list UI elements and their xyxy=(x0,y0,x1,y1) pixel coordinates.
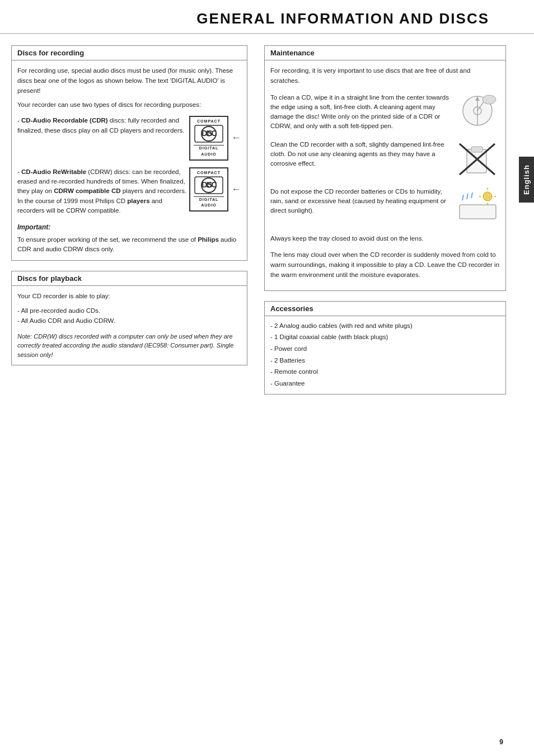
cdrw-logo-disc: DISC xyxy=(194,176,224,196)
main-content: Discs for recording For recording use, s… xyxy=(0,34,534,416)
page-number: 9 xyxy=(499,738,503,746)
cdrw-arrow: ← xyxy=(231,182,241,198)
cdr-logo-disc: DISC xyxy=(194,125,224,145)
maint-para5: Always keep the tray closed to avoid dus… xyxy=(270,234,500,244)
svg-line-24 xyxy=(471,192,472,198)
maint-clean-img xyxy=(455,93,500,132)
language-tab: English xyxy=(519,157,534,203)
svg-rect-17 xyxy=(460,205,496,219)
svg-text:DISC: DISC xyxy=(202,180,217,189)
playback-item-1: - All pre-recorded audio CDs. xyxy=(17,306,241,316)
accessories-list: - 2 Analog audio cables (with red and wh… xyxy=(265,316,505,394)
cdr-heading: CD-Audio Recordable (CDR) xyxy=(21,117,108,124)
cdr-text: - CD-Audio Recordable (CDR) discs: fully… xyxy=(17,116,189,135)
cdr-arrow: ← xyxy=(231,130,241,146)
cdrw-logo: COMPACT DISC DIGITAL AUDIO xyxy=(189,167,228,212)
cdrw-compat: CDRW compatible CD xyxy=(54,187,120,194)
maint-para6: The lens may cloud over when the CD reco… xyxy=(270,250,500,280)
recording-section-title: Discs for recording xyxy=(12,46,247,60)
maint-humidity-item: Do not expose the CD recorder batteries … xyxy=(270,187,500,226)
accessory-3: - Power cord xyxy=(270,344,500,355)
playback-item-2: - All Audio CDR and Audio CDRW. xyxy=(17,316,241,326)
svg-rect-14 xyxy=(471,147,483,152)
accessory-5: - Remote control xyxy=(270,367,500,378)
left-column: Discs for recording For recording use, s… xyxy=(11,45,259,405)
maintenance-section: Maintenance For recording, it is very im… xyxy=(264,45,506,291)
maintenance-section-title: Maintenance xyxy=(265,46,505,60)
cdrw-heading: CD-Audio ReWritable xyxy=(21,168,86,175)
maint-clean-text: To clean a CD, wipe it in a straight lin… xyxy=(270,93,449,132)
cdrw-logo-container: COMPACT DISC DIGITAL AUDIO xyxy=(189,167,241,212)
cdr-item: - CD-Audio Recordable (CDR) discs: fully… xyxy=(17,116,241,161)
no-clean-svg xyxy=(457,141,499,177)
important-text: To ensure proper working of the set, we … xyxy=(17,235,241,255)
svg-point-18 xyxy=(483,192,492,201)
playback-note: Note: CDR(W) discs recorded with a compu… xyxy=(17,332,241,360)
recording-section-content: For recording use, special audio discs m… xyxy=(12,60,247,260)
clean-cd-svg xyxy=(457,94,499,130)
recording-intro1: For recording use, special audio discs m… xyxy=(17,66,241,96)
maint-para1: For recording, it is very important to u… xyxy=(270,66,500,86)
accessories-section: Accessories - 2 Analog audio cables (wit… xyxy=(264,301,506,395)
maintenance-section-content: For recording, it is very important to u… xyxy=(265,60,505,290)
accessories-section-title: Accessories xyxy=(265,302,505,316)
maint-recorder-img xyxy=(455,140,500,179)
important-heading: Important: xyxy=(17,222,241,233)
playback-section-content: Your CD recorder is able to play: - All … xyxy=(12,286,247,365)
cdr-logo-top: COMPACT xyxy=(194,119,224,125)
right-column: Maintenance For recording, it is very im… xyxy=(259,45,506,405)
important-block: Important: To ensure proper working of t… xyxy=(17,222,241,255)
page: GENERAL INFORMATION AND DISCS English Di… xyxy=(0,0,534,756)
cdrw-logo-top: COMPACT xyxy=(194,170,224,176)
maint-recorder-item: Clean the CD recorder with a soft, sligh… xyxy=(270,140,500,179)
cdr-logo-container: COMPACT DISC xyxy=(189,116,241,161)
svg-text:DISC: DISC xyxy=(202,129,217,138)
maint-humidity-text: Do not expose the CD recorder batteries … xyxy=(270,187,449,216)
cdr-logo: COMPACT DISC xyxy=(189,116,228,161)
cdrw-text: - CD-Audio ReWritable (CDRW) discs: can … xyxy=(17,167,189,215)
cdrw-disc-svg: DISC xyxy=(194,176,223,194)
cdr-logo-bot: DIGITAL AUDIO xyxy=(194,145,224,158)
accessory-2: - 1 Digital coaxial cable (with black pl… xyxy=(270,332,500,343)
maint-cleaning-item: To clean a CD, wipe it in a straight lin… xyxy=(270,93,500,132)
cdrw-item: - CD-Audio ReWritable (CDRW) discs: can … xyxy=(17,167,241,215)
cdrw-players: players xyxy=(127,198,149,204)
playback-section-title: Discs for playback xyxy=(12,271,247,286)
page-header: GENERAL INFORMATION AND DISCS xyxy=(0,0,534,34)
accessory-4: - 2 Batteries xyxy=(270,355,500,367)
recording-intro2: Your recorder can use two types of discs… xyxy=(17,100,241,110)
recording-section: Discs for recording For recording use, s… xyxy=(11,45,247,261)
svg-line-25 xyxy=(462,195,463,200)
humidity-svg xyxy=(457,188,499,224)
page-title: GENERAL INFORMATION AND DISCS xyxy=(17,10,517,27)
playback-intro: Your CD recorder is able to play: xyxy=(17,292,241,302)
accessory-1: - 2 Analog audio cables (with red and wh… xyxy=(270,321,500,332)
cdr-disc-svg: DISC xyxy=(194,125,223,143)
maint-recorder-text: Clean the CD recorder with a soft, sligh… xyxy=(270,140,449,169)
playback-items: - All pre-recorded audio CDs. - All Audi… xyxy=(17,306,241,326)
accessory-6: - Guarantee xyxy=(270,378,500,389)
maint-humidity-img xyxy=(455,187,500,226)
cdrw-logo-bot: DIGITAL AUDIO xyxy=(194,196,224,209)
playback-section: Discs for playback Your CD recorder is a… xyxy=(11,271,247,365)
svg-point-11 xyxy=(483,95,496,104)
svg-line-23 xyxy=(467,194,468,199)
